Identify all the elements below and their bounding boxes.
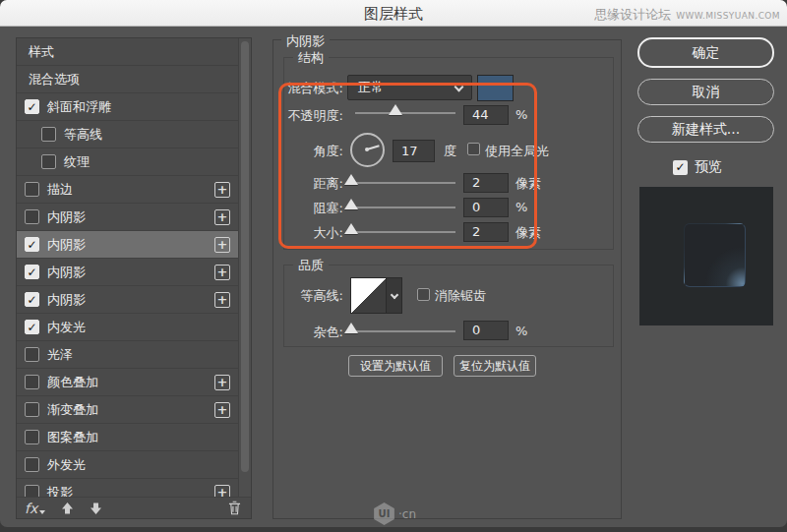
- opacity-input[interactable]: 44: [463, 105, 509, 125]
- sidebar-item-inner-shadow-2[interactable]: ✓内阴影+: [17, 231, 238, 259]
- antialias-checkbox[interactable]: [417, 288, 430, 301]
- style-checkbox-inner-shadow-2[interactable]: ✓: [25, 237, 39, 252]
- contour-picker[interactable]: [350, 277, 387, 314]
- ui-cn-watermark: UI ·cn: [373, 502, 416, 525]
- sidebar-item-label: 纹理: [64, 153, 90, 171]
- preview-label: 预览: [695, 158, 722, 176]
- watermark-url: WWW.MISSYUAN.COM: [676, 11, 780, 21]
- choke-label: 阻塞:: [273, 200, 343, 217]
- sidebar-item-stroke[interactable]: ✓描边+: [17, 176, 238, 204]
- style-checkbox-inner-shadow-4[interactable]: ✓: [25, 292, 39, 307]
- titlebar: 图层样式 思缘设计论坛 WWW.MISSYUAN.COM: [0, 0, 787, 27]
- ui-cn-logo-icon: UI: [373, 502, 395, 525]
- style-checkbox-stroke[interactable]: ✓: [25, 182, 39, 197]
- sidebar-item-blending-options[interactable]: 混合选项: [17, 66, 238, 93]
- add-effect-button-inner-shadow-3[interactable]: +: [214, 265, 230, 280]
- choke-slider-thumb[interactable]: [344, 199, 358, 209]
- effects-list: 样式混合选项✓斜面和浮雕✓等高线✓纹理✓描边+✓内阴影+✓内阴影+✓内阴影+✓内…: [17, 38, 238, 497]
- sidebar-item-label: 渐变叠加: [47, 401, 98, 419]
- sidebar-item-gradient-overlay[interactable]: ✓渐变叠加+: [17, 396, 238, 424]
- style-checkbox-outer-glow[interactable]: ✓: [25, 457, 39, 472]
- add-effect-button-inner-shadow-4[interactable]: +: [214, 292, 230, 308]
- sidebar-item-pattern-overlay[interactable]: ✓图案叠加: [17, 424, 238, 451]
- distance-input[interactable]: 2: [463, 173, 509, 193]
- layer-style-dialog: 图层样式 思缘设计论坛 WWW.MISSYUAN.COM 样式混合选项✓斜面和浮…: [0, 0, 787, 527]
- sidebar-item-styles[interactable]: 样式: [17, 38, 238, 66]
- sidebar-item-inner-glow[interactable]: ✓内发光: [17, 314, 238, 341]
- angle-input[interactable]: 17: [393, 140, 435, 162]
- distance-slider-thumb[interactable]: [344, 174, 358, 185]
- choke-slider-track[interactable]: [351, 207, 455, 208]
- sidebar-item-inner-shadow-1[interactable]: ✓内阴影+: [17, 204, 238, 231]
- sidebar-item-bevel-emboss[interactable]: ✓斜面和浮雕: [17, 93, 238, 121]
- sidebar-item-drop-shadow[interactable]: ✓投影+: [17, 479, 238, 497]
- style-checkbox-gradient-overlay[interactable]: ✓: [25, 402, 39, 417]
- fx-menu-button[interactable]: fx: [25, 501, 37, 516]
- sidebar-item-label: 斜面和浮雕: [47, 98, 111, 116]
- scrollbar-thumb[interactable]: [241, 41, 249, 472]
- inner-shadow-panel: 内阴影 结构 混合模式: 正常 不透明度: 44 % 角度: 17 度 使用全局…: [272, 39, 622, 519]
- distance-slider-track[interactable]: [351, 182, 455, 184]
- sidebar-item-contour[interactable]: ✓等高线: [17, 121, 238, 148]
- trash-icon: [228, 501, 241, 515]
- blend-mode-select[interactable]: 正常: [347, 75, 472, 100]
- style-checkbox-contour[interactable]: ✓: [41, 127, 56, 142]
- add-effect-button-inner-shadow-2[interactable]: +: [214, 237, 230, 253]
- choke-input[interactable]: 0: [463, 198, 509, 217]
- new-style-button[interactable]: 新建样式...: [637, 116, 774, 143]
- sidebar-item-satin[interactable]: ✓光泽: [17, 341, 238, 369]
- make-default-button[interactable]: 设置为默认值: [348, 355, 443, 377]
- panel-title: 内阴影: [281, 32, 330, 50]
- sidebar-item-label: 内阴影: [47, 264, 86, 281]
- arrow-up-icon: [61, 502, 74, 515]
- style-checkbox-color-overlay[interactable]: ✓: [25, 375, 39, 389]
- style-checkbox-texture[interactable]: ✓: [41, 154, 56, 169]
- add-effect-button-drop-shadow[interactable]: +: [214, 485, 230, 498]
- style-checkbox-inner-shadow-1[interactable]: ✓: [25, 209, 39, 224]
- preview-checkbox[interactable]: ✓: [673, 160, 688, 175]
- cancel-button[interactable]: 取消: [637, 79, 774, 105]
- size-slider-thumb[interactable]: [344, 223, 358, 234]
- style-checkbox-pattern-overlay[interactable]: ✓: [25, 430, 39, 444]
- sidebar-item-texture[interactable]: ✓纹理: [17, 148, 238, 176]
- chevron-down-icon: [454, 83, 464, 92]
- noise-slider-track[interactable]: [351, 330, 455, 332]
- add-effect-button-inner-shadow-1[interactable]: +: [214, 209, 230, 225]
- reset-default-button[interactable]: 复位为默认值: [454, 355, 536, 377]
- contour-label: 等高线:: [273, 287, 343, 305]
- effects-toolbar: fx: [17, 497, 251, 518]
- noise-slider-thumb[interactable]: [344, 323, 358, 333]
- delete-effect-button[interactable]: [228, 501, 241, 515]
- angle-label: 角度:: [273, 143, 343, 160]
- add-effect-button-color-overlay[interactable]: +: [214, 375, 230, 390]
- global-light-checkbox[interactable]: [467, 143, 480, 155]
- sidebar-item-outer-glow[interactable]: ✓外发光: [17, 451, 238, 479]
- contour-dropdown-button[interactable]: [387, 277, 402, 314]
- opacity-slider-thumb[interactable]: [389, 104, 402, 115]
- sidebar-item-color-overlay[interactable]: ✓颜色叠加+: [17, 369, 238, 396]
- blend-mode-value: 正常: [358, 80, 384, 94]
- sidebar-item-inner-shadow-4[interactable]: ✓内阴影+: [17, 286, 238, 314]
- add-effect-button-stroke[interactable]: +: [214, 182, 230, 198]
- style-checkbox-inner-glow[interactable]: ✓: [25, 320, 39, 334]
- size-slider-track[interactable]: [351, 231, 455, 233]
- ok-button[interactable]: 确定: [637, 37, 774, 68]
- noise-label: 杂色:: [273, 324, 343, 341]
- style-checkbox-bevel-emboss[interactable]: ✓: [25, 99, 39, 114]
- global-light-label: 使用全局光: [485, 143, 549, 160]
- size-input[interactable]: 2: [463, 222, 509, 242]
- shadow-color-swatch[interactable]: [477, 75, 514, 101]
- angle-unit: 度: [444, 143, 456, 160]
- style-checkbox-satin[interactable]: ✓: [25, 347, 39, 362]
- add-effect-button-gradient-overlay[interactable]: +: [214, 402, 230, 418]
- opacity-slider-track[interactable]: [355, 112, 455, 114]
- style-checkbox-inner-shadow-3[interactable]: ✓: [25, 265, 39, 279]
- scrollbar-track[interactable]: [238, 38, 251, 497]
- noise-input[interactable]: 0: [463, 321, 509, 340]
- noise-unit: %: [515, 324, 527, 338]
- fx-caret-icon: [39, 510, 45, 514]
- sidebar-item-inner-shadow-3[interactable]: ✓内阴影+: [17, 259, 238, 286]
- move-effect-up-button[interactable]: [61, 502, 74, 515]
- style-checkbox-drop-shadow[interactable]: ✓: [25, 485, 39, 497]
- move-effect-down-button[interactable]: [90, 502, 102, 515]
